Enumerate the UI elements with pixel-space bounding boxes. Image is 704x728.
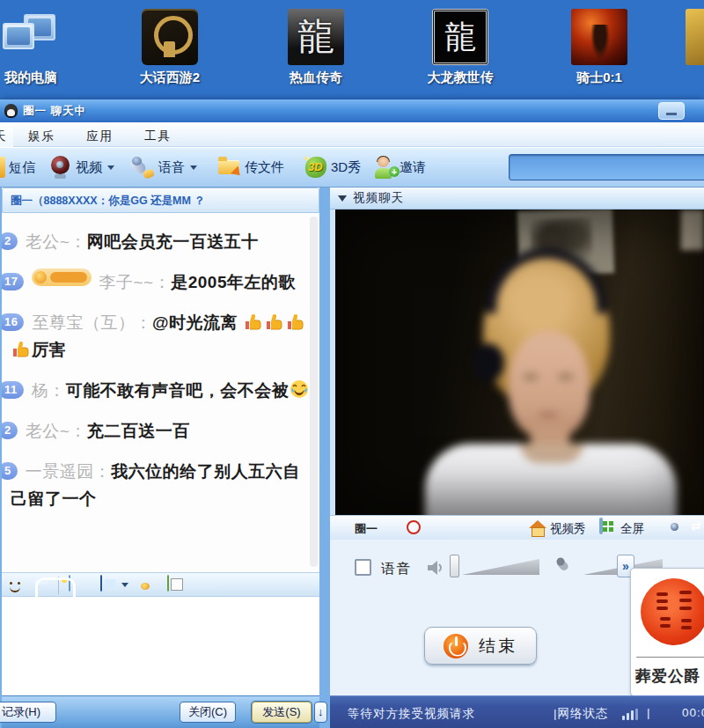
minimize-button[interactable] [658, 102, 685, 120]
message-text: 网吧会员充一百送五十 [87, 232, 259, 251]
chat-message: 2老公~：充二百送一百 [11, 417, 314, 445]
invite-button[interactable]: + 邀请 [373, 154, 426, 180]
desktop-icon-label: 热血传奇 [280, 70, 352, 86]
chat-bottom-bar: 记录(H) 关闭(C) 发送(S) ↓ [2, 695, 319, 728]
webcam-icon [49, 156, 72, 179]
end-call-button[interactable]: 结束 [424, 627, 537, 665]
sender-name: 老公~： [26, 422, 87, 440]
qq-logo-icon [4, 104, 18, 118]
sender-name: 李子~~： [99, 273, 171, 291]
ad-card[interactable]: 葬爱公爵 [630, 568, 704, 696]
send-file-button[interactable]: 传文件 [218, 154, 284, 180]
collapse-icon[interactable] [338, 195, 347, 202]
voice-checkbox[interactable] [355, 559, 371, 576]
voice-call-button[interactable]: 语音 [132, 154, 197, 180]
video-feed [335, 210, 704, 515]
thumbs-up-emoji [244, 312, 263, 331]
capture-caret-icon[interactable] [121, 583, 128, 587]
photo-album-icon[interactable] [167, 575, 169, 592]
sms-button[interactable]: 短信 [0, 154, 35, 180]
send-options-button[interactable]: ↓ [314, 702, 327, 723]
desktop-icon-label: 大龙教世传 [424, 70, 496, 86]
fullscreen-grid-icon[interactable] [599, 518, 603, 534]
chat-session-header: 圈一（8888XXXX：你是GG 还是MM ？ [2, 188, 319, 213]
sender-name: 老公~： [26, 232, 87, 251]
menu-bar: 天 娱乐 应用 工具 [0, 122, 704, 147]
desktop-icon-label: 大话西游2 [134, 70, 206, 86]
overlay-marker [35, 577, 76, 620]
message-text: 可能不敢有声音吧，会不会被 [66, 381, 311, 400]
voice-label: 语音 [381, 560, 412, 578]
video-footer-bar: 圈一 视频秀 全屏 [330, 515, 704, 540]
title-bar[interactable]: 圈一 聊天中 [0, 99, 704, 122]
desktop-icon-dragon2[interactable]: 龍大龙教世传 [424, 9, 496, 86]
chat-message: 5一景遥园：我六位的给了别人五六自己留了一个 [11, 458, 314, 512]
3d-show-button[interactable]: ✦3D 3D秀 [304, 154, 361, 180]
chat-message: 2老公~：网吧会员充一百送五十 [11, 228, 314, 255]
desktop-icon-dragon1[interactable]: 龍热血传奇 [280, 9, 352, 86]
member-level-badge: 16 [2, 313, 24, 331]
menu-item-apps[interactable]: 应用 [81, 127, 119, 146]
sender-name: 至尊宝（互）： [32, 313, 152, 332]
fullscreen-label[interactable]: 全屏 [620, 521, 644, 537]
chat-window: 圈一 聊天中 天 娱乐 应用 工具 短信 视频 语音 [0, 99, 704, 728]
peer-name: 圈一 [355, 521, 378, 537]
video-call-button[interactable]: 视频 [49, 154, 114, 180]
microphone-icon [132, 156, 155, 179]
desktop-icon-label: 进 [678, 70, 704, 86]
member-level-badge: 2 [2, 232, 18, 250]
dropdown-caret-icon[interactable] [107, 165, 114, 170]
desktop-icon-partial[interactable]: 进 [678, 9, 704, 86]
member-level-badge: 11 [2, 381, 24, 399]
dragon2-icon-art: 龍 [432, 9, 488, 65]
sms-icon [0, 157, 5, 178]
sender-name: 一景遥园： [26, 462, 112, 481]
chat-message: 11杨：可能不敢有声音吧，会不会被 [11, 377, 314, 404]
screen-capture-icon[interactable] [100, 575, 102, 592]
video-status-bar: 等待对方接受视频请求 |网络状态 | 00:0 [330, 695, 704, 728]
close-button[interactable]: 关闭(C) [180, 702, 236, 723]
video-vignette [335, 210, 704, 515]
chat-panel: 圈一（8888XXXX：你是GG 还是MM ？ 2老公~：网吧会员充一百送五十1… [2, 188, 319, 728]
waiting-status-text: 等待对方接受视频请求 [348, 706, 475, 722]
thumbs-up-emoji [265, 312, 284, 331]
red-seal-logo [641, 578, 704, 645]
dhxy-icon-art [142, 9, 198, 65]
message-text: 充二百送一百 [87, 422, 190, 440]
power-icon [444, 634, 468, 658]
partial-icon-art [686, 9, 704, 65]
toolbar: 短信 视频 语音 传文件 ✦3D 3D秀 + 邀请 [0, 147, 704, 188]
desktop-icon-label: 骑士0:1 [563, 70, 635, 86]
video-panel: 视频聊天 [330, 188, 704, 728]
mic-icon [555, 556, 576, 577]
desktop-icon-computer[interactable]: 我的电脑 [0, 9, 67, 86]
send-button[interactable]: 发送(S) [252, 702, 312, 723]
network-status-label: |网络状态 [554, 706, 609, 722]
desktop-icon-dhxy[interactable]: 大话西游2 [134, 9, 206, 86]
menu-item-tools[interactable]: 工具 [139, 127, 177, 146]
status-separator: | [647, 706, 650, 719]
thumbs-up-emoji [286, 312, 305, 331]
scrollbar[interactable] [310, 217, 318, 567]
chat-message: 16至尊宝（互）：@时光流离 厉害 [11, 309, 314, 364]
speaker-volume-slider[interactable] [450, 555, 459, 577]
menu-item-partial[interactable]: 天 [0, 125, 13, 147]
menu-item-entertainment[interactable]: 娱乐 [23, 127, 61, 146]
joy-emoji [290, 379, 309, 399]
video-panel-header[interactable]: 视频聊天 [330, 188, 704, 210]
history-button[interactable]: 记录(H) [0, 702, 56, 723]
file-transfer-icon [218, 156, 241, 179]
toolbar-input[interactable] [509, 154, 704, 180]
dropdown-caret-icon[interactable] [190, 165, 197, 170]
video-controls: 语音 » 结束 葬爱公爵 [330, 540, 704, 695]
speaker-volume-wedge[interactable] [462, 559, 539, 575]
desktop-icon-knight[interactable]: 骑士0:1 [563, 9, 635, 86]
desktop: 我的电脑大话西游2龍热血传奇龍大龙教世传骑士0:1进 圈一 聊天中 天 娱乐 应… [0, 0, 704, 728]
video-show-label[interactable]: 视频秀 [550, 521, 586, 537]
dragon1-icon-art: 龍 [288, 9, 344, 65]
member-tag-badge [32, 268, 92, 286]
ad-title: 葬爱公爵 [635, 665, 700, 687]
member-level-badge: 2 [2, 422, 18, 439]
invite-person-icon: + [373, 156, 396, 179]
thumbs-up-emoji [11, 339, 31, 358]
